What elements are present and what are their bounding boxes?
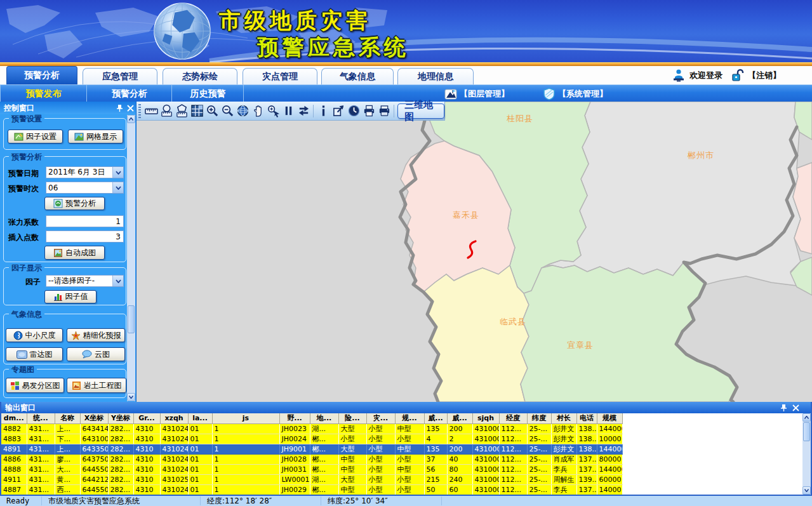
analyze-button[interactable]: 预警分析: [44, 197, 105, 210]
cell[interactable]: 郴...: [310, 454, 338, 464]
cell[interactable]: 小型: [395, 484, 424, 495]
zoom-in-icon[interactable]: [204, 103, 220, 119]
cell[interactable]: 282...: [108, 423, 133, 434]
cell[interactable]: 4310: [133, 464, 160, 474]
cell[interactable]: 137...: [576, 484, 597, 495]
cell[interactable]: 644550: [80, 484, 108, 495]
cell[interactable]: 4310: [133, 454, 160, 464]
cell[interactable]: 4891: [1, 444, 27, 454]
cell[interactable]: 135: [424, 423, 447, 434]
cell[interactable]: 1: [212, 454, 279, 464]
cell[interactable]: 431000: [472, 454, 499, 464]
cell[interactable]: 240: [447, 474, 472, 484]
radar-button[interactable]: 雷达图: [6, 347, 63, 361]
welcome-login[interactable]: 欢迎登录: [672, 66, 722, 84]
cell[interactable]: 431...: [27, 454, 55, 464]
cell[interactable]: 80: [447, 464, 472, 474]
cell[interactable]: 431...: [27, 444, 55, 454]
cell[interactable]: 小型: [366, 434, 395, 444]
ruler-icon[interactable]: [143, 103, 159, 119]
tab-disaster-points[interactable]: 灾点管理: [243, 68, 317, 84]
layer-manager-link[interactable]: 【图层管理】: [444, 85, 509, 102]
cell[interactable]: 643750: [80, 454, 108, 464]
factor-combo[interactable]: --请选择因子-: [46, 275, 124, 287]
cell[interactable]: 中型: [338, 484, 366, 495]
tab-emergency-management[interactable]: 应急管理: [83, 68, 157, 84]
cell[interactable]: 137...: [576, 454, 597, 464]
cell[interactable]: 25-...: [527, 464, 551, 474]
cell[interactable]: 431000: [472, 484, 499, 495]
cell[interactable]: 643100: [80, 434, 108, 444]
cell[interactable]: 431000: [472, 423, 499, 434]
cell[interactable]: 643414: [80, 423, 108, 434]
cell[interactable]: 小型: [338, 434, 366, 444]
cell[interactable]: 大型: [338, 423, 366, 434]
cell[interactable]: 431000: [472, 434, 499, 444]
factor-value-button[interactable]: 因子值: [44, 290, 97, 303]
cell[interactable]: 25-...: [527, 444, 551, 454]
cell[interactable]: 1: [212, 464, 279, 474]
pause-icon[interactable]: [281, 103, 296, 119]
cell[interactable]: 138...: [576, 423, 597, 434]
column-header[interactable]: 险...: [338, 413, 366, 423]
factor-settings-button[interactable]: 因子设置: [8, 130, 63, 143]
cell[interactable]: 644550: [80, 464, 108, 474]
table-row[interactable]: 4888431...大...644550282...4310431024011J…: [1, 464, 622, 474]
cell[interactable]: 廖...: [55, 454, 80, 464]
cell[interactable]: 上...: [55, 444, 80, 454]
time-combo[interactable]: 06: [46, 182, 124, 194]
cell[interactable]: 431024: [160, 423, 188, 434]
cell[interactable]: 01: [188, 474, 212, 484]
column-header[interactable]: 电话: [576, 413, 597, 423]
cell[interactable]: 1: [212, 423, 279, 434]
cell[interactable]: 138...: [576, 434, 597, 444]
output-pin-icon[interactable]: [780, 404, 787, 412]
cell[interactable]: 肖成军: [551, 454, 576, 464]
system-manager-link[interactable]: 【系统管理】: [543, 85, 608, 102]
cell[interactable]: 112...: [499, 444, 527, 454]
column-header[interactable]: Gr...: [133, 413, 160, 423]
cell[interactable]: 144000: [597, 423, 622, 434]
cell[interactable]: 上...: [55, 423, 80, 434]
column-header[interactable]: la...: [188, 413, 212, 423]
table-row[interactable]: 4891431...上...643350282...4310431024011J…: [1, 444, 622, 454]
cell[interactable]: 2: [447, 434, 472, 444]
column-header[interactable]: 规...: [395, 413, 424, 423]
column-header[interactable]: js: [212, 413, 279, 423]
scroll-up-icon[interactable]: [127, 115, 135, 123]
cell[interactable]: 01: [188, 434, 212, 444]
column-header[interactable]: 村长: [551, 413, 576, 423]
cell[interactable]: 80000: [597, 454, 622, 464]
cell[interactable]: 431...: [27, 484, 55, 495]
cell[interactable]: 25-...: [527, 454, 551, 464]
cell[interactable]: 200: [447, 423, 472, 434]
cell[interactable]: 431000: [472, 474, 499, 484]
output-scroll-down-icon[interactable]: [802, 486, 811, 495]
cell[interactable]: 25-...: [527, 474, 551, 484]
tab-warning-analysis[interactable]: 预警分析: [6, 66, 77, 84]
cell[interactable]: 中型: [338, 464, 366, 474]
factor-combo-dropdown-icon[interactable]: [112, 276, 123, 286]
time-combo-dropdown-icon[interactable]: [112, 182, 123, 193]
cell[interactable]: 112...: [499, 474, 527, 484]
column-header[interactable]: 统...: [27, 413, 55, 423]
measure-circle-icon[interactable]: [159, 103, 174, 119]
column-header[interactable]: sjqh: [472, 413, 499, 423]
meso-scale-button[interactable]: 中小尺度: [6, 328, 63, 342]
cell[interactable]: 4310: [133, 474, 160, 484]
cell[interactable]: 643350: [80, 444, 108, 454]
cell[interactable]: 大型: [338, 444, 366, 454]
zoning-map-button[interactable]: 易发分区图: [6, 378, 64, 393]
table-row[interactable]: 4887431...西...644550282...4310431024011J…: [1, 484, 622, 495]
cell[interactable]: JH0029: [279, 484, 310, 495]
tension-input[interactable]: [46, 215, 124, 227]
cell[interactable]: 郴...: [310, 464, 338, 474]
cell[interactable]: 1: [212, 444, 279, 454]
column-header[interactable]: 名称: [55, 413, 80, 423]
table-row[interactable]: 4883431...下...643100282...4310431024011J…: [1, 434, 622, 444]
zoom-select-icon[interactable]: [265, 103, 281, 119]
grid-icon[interactable]: [189, 103, 204, 119]
cell[interactable]: 李兵: [551, 484, 576, 495]
cell[interactable]: 215: [424, 474, 447, 484]
cell[interactable]: 431024: [160, 484, 188, 495]
